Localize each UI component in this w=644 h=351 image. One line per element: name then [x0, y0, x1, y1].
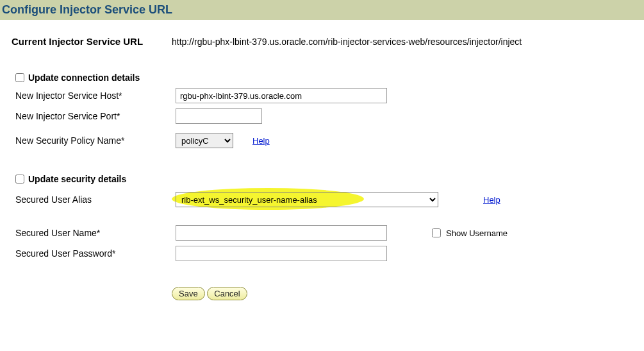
password-row: Secured User Password* [12, 246, 632, 261]
alias-help-link[interactable]: Help [483, 195, 500, 205]
current-url-label: Current Injector Service URL [12, 36, 172, 47]
host-label: New Injector Service Host* [15, 90, 176, 101]
update-connection-label: Update connection details [28, 73, 140, 83]
update-security-checkbox[interactable] [15, 175, 24, 184]
alias-row: Secured User Alias rib-ext_ws_security_u… [12, 192, 632, 207]
port-label: New Injector Service Port* [15, 111, 176, 121]
show-username-label: Show Username [446, 228, 508, 238]
page-header: Configure Injector Service URL [0, 0, 644, 20]
cancel-button[interactable]: Cancel [207, 287, 247, 300]
current-url-row: Current Injector Service URL http://rgbu… [12, 36, 632, 47]
content-area: Current Injector Service URL http://rgbu… [0, 20, 644, 316]
update-connection-row: Update connection details [15, 73, 632, 83]
alias-label: Secured User Alias [15, 194, 176, 205]
update-connection-checkbox[interactable] [15, 73, 24, 82]
current-url-value: http://rgbu-phx-lbint-379.us.oracle.com/… [172, 37, 522, 47]
policy-help-link[interactable]: Help [252, 136, 270, 146]
username-input[interactable] [176, 225, 387, 241]
host-row: New Injector Service Host* [12, 88, 632, 103]
page-title: Configure Injector Service URL [2, 3, 172, 16]
update-security-label: Update security details [28, 174, 126, 184]
policy-label: New Security Policy Name* [15, 135, 176, 146]
host-input[interactable] [176, 88, 387, 103]
username-row: Secured User Name* Show Username [12, 225, 632, 241]
password-input[interactable] [176, 246, 387, 261]
update-security-row: Update security details [15, 174, 632, 184]
password-label: Secured User Password* [15, 248, 176, 259]
port-input[interactable] [176, 108, 262, 124]
save-button[interactable]: Save [172, 287, 205, 300]
alias-select[interactable]: rib-ext_ws_security_user-name-alias [176, 192, 438, 207]
policy-select[interactable]: policyC [176, 133, 233, 148]
show-username-wrap: Show Username [432, 228, 508, 238]
show-username-checkbox[interactable] [432, 228, 441, 237]
button-row: Save Cancel [172, 287, 632, 300]
username-label: Secured User Name* [15, 228, 176, 238]
policy-row: New Security Policy Name* policyC Help [12, 133, 632, 148]
port-row: New Injector Service Port* [12, 108, 632, 124]
